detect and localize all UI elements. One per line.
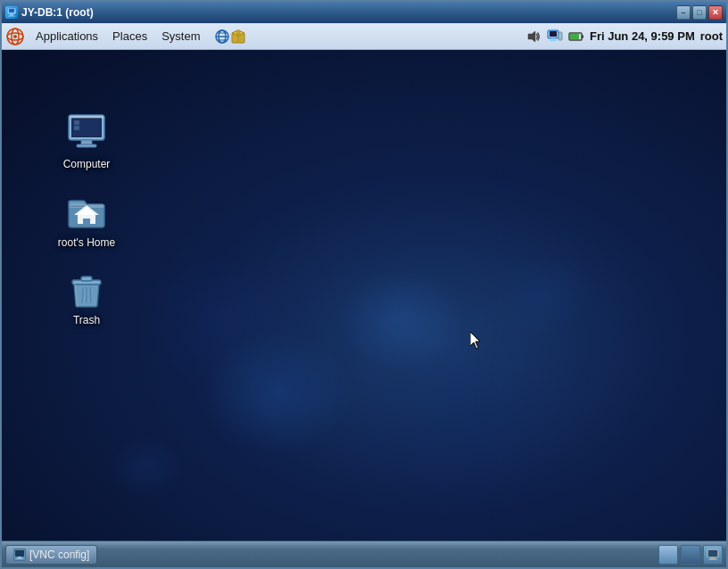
trash-icon[interactable]: Trash	[51, 264, 122, 332]
svg-rect-24	[582, 35, 583, 38]
svg-rect-33	[69, 115, 104, 119]
vnc-config-icon	[13, 548, 26, 561]
svg-rect-47	[16, 558, 23, 559]
maximize-button[interactable]: □	[692, 5, 707, 20]
computer-icon[interactable]: Computer	[51, 108, 122, 176]
battery-icon	[568, 29, 584, 45]
svg-rect-3	[8, 16, 15, 17]
titlebar: JY-DB:1 (root) – □ ✕	[2, 2, 726, 23]
titlebar-icon	[5, 6, 18, 19]
desktop[interactable]: Computer root's Home	[2, 50, 726, 540]
vnc-config-label: [VNC config]	[29, 548, 89, 561]
clock: Fri Jun 24, 9:59 PM	[590, 29, 695, 43]
svg-rect-50	[710, 557, 716, 559]
svg-point-7	[13, 35, 17, 38]
svg-rect-29	[77, 144, 96, 147]
roots-home-icon[interactable]: root's Home	[51, 186, 122, 254]
svg-rect-2	[10, 14, 13, 16]
applications-logo	[5, 27, 25, 46]
svg-rect-28	[81, 140, 92, 144]
computer-icon-image	[65, 111, 108, 154]
workspace-2-button[interactable]	[681, 545, 700, 565]
svg-marker-44	[470, 332, 480, 349]
minimize-button[interactable]: –	[676, 5, 691, 20]
trash-icon-image	[65, 268, 108, 310]
username: root	[700, 29, 723, 43]
roots-home-label: root's Home	[58, 236, 115, 251]
svg-marker-17	[528, 31, 535, 42]
volume-icon[interactable]	[525, 29, 542, 45]
network-icon	[214, 29, 230, 45]
svg-rect-45	[15, 550, 24, 557]
places-menu[interactable]: Places	[105, 27, 154, 45]
roots-home-icon-image	[65, 190, 108, 233]
titlebar-title: JY-DB:1 (root)	[21, 6, 94, 19]
titlebar-controls: – □ ✕	[676, 5, 723, 20]
svg-rect-51	[708, 559, 717, 560]
svg-rect-1	[9, 9, 14, 12]
svg-rect-20	[551, 38, 555, 40]
applications-menu[interactable]: Applications	[29, 27, 105, 45]
cursor	[470, 332, 481, 348]
taskbar-right	[658, 545, 723, 565]
window: JY-DB:1 (root) – □ ✕ Applications Places…	[0, 0, 728, 569]
svg-rect-49	[708, 550, 717, 557]
taskbar: [VNC config]	[2, 540, 726, 567]
close-button[interactable]: ✕	[708, 5, 723, 20]
svg-rect-21	[550, 40, 557, 41]
menubar: Applications Places System	[2, 23, 726, 50]
system-menu[interactable]: System	[154, 27, 207, 45]
svg-rect-32	[74, 126, 79, 130]
workspace-1-button[interactable]	[658, 545, 678, 565]
trash-label: Trash	[73, 314, 100, 328]
vnc-config-button[interactable]: [VNC config]	[5, 545, 97, 565]
svg-rect-19	[550, 31, 557, 37]
svg-rect-38	[69, 204, 104, 208]
titlebar-left: JY-DB:1 (root)	[5, 6, 94, 19]
svg-rect-40	[81, 276, 92, 281]
package-icon	[230, 29, 246, 45]
svg-rect-31	[74, 120, 79, 125]
svg-rect-46	[18, 557, 21, 558]
svg-rect-25	[570, 34, 579, 39]
display-icon	[547, 29, 563, 45]
svg-rect-37	[84, 219, 89, 224]
svg-rect-22	[558, 32, 562, 40]
show-desktop-button[interactable]	[703, 545, 723, 565]
computer-label: Computer	[63, 158, 111, 172]
menubar-right: Fri Jun 24, 9:59 PM root	[525, 29, 723, 45]
